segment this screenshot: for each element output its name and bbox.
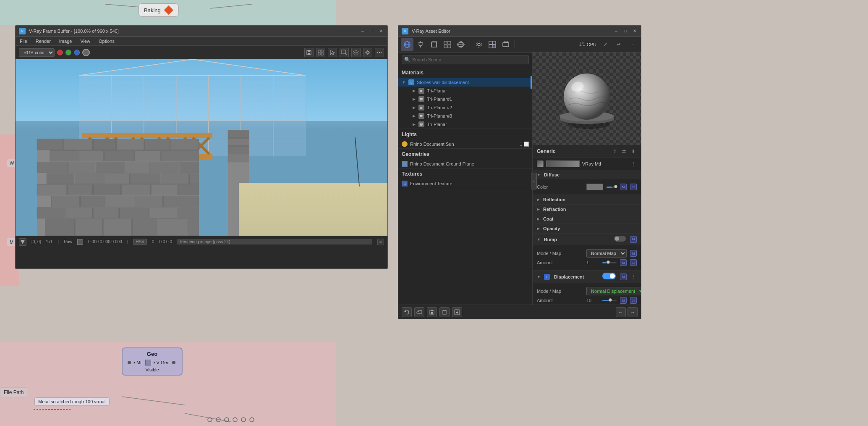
ae-displacement-more-btn[interactable]: ⋮ xyxy=(631,273,637,280)
fb-menu-file[interactable]: File xyxy=(17,39,30,44)
ae-mat-more-btn[interactable]: ⋮ xyxy=(631,160,637,167)
ae-open-btn[interactable] xyxy=(414,307,424,317)
fb-values: 0.000 0.000 0.000 xyxy=(88,239,122,244)
ae-child-toggle5: ▶ xyxy=(412,122,416,126)
ae-child-triplanar2[interactable]: ▶ TP Tri-Planar#1 xyxy=(398,95,532,103)
fb-circle-btn[interactable] xyxy=(82,49,90,56)
ae-bump-mode-btn[interactable]: M xyxy=(630,250,637,257)
svg-rect-85 xyxy=(151,184,178,195)
ae-settings-btn[interactable] xyxy=(473,38,485,51)
fb-cursor-btn[interactable] xyxy=(328,48,337,57)
fb-menu-options[interactable]: Options xyxy=(96,39,117,44)
ae-collapse-btn[interactable]: ‹ xyxy=(531,173,537,189)
fb-more-btn[interactable] xyxy=(375,48,384,57)
ae-close-btn[interactable]: ✕ xyxy=(632,28,638,34)
ae-more-btn[interactable]: ⋮ xyxy=(626,38,638,51)
ae-import-asset-btn[interactable] xyxy=(452,307,462,317)
ae-diffuse-header[interactable]: ▼ Diffuse xyxy=(533,170,641,179)
svg-point-30 xyxy=(381,52,382,53)
ae-displacement-map-btn[interactable]: M xyxy=(620,273,627,280)
fb-close-btn[interactable]: ✕ xyxy=(378,28,384,34)
ae-expand-toggle[interactable]: ▼ xyxy=(402,80,406,84)
fb-grid-btn[interactable] xyxy=(316,48,325,57)
fb-hsv-dropdown[interactable]: HSV xyxy=(133,239,147,245)
ae-maximize-btn[interactable]: □ xyxy=(622,28,628,34)
ae-disp-mode-dropdown[interactable]: Normal Displacement xyxy=(586,287,641,295)
baking-node[interactable]: Baking xyxy=(139,3,179,17)
ae-child-triplanar5[interactable]: ▶ TP Tri-Planar xyxy=(398,120,532,129)
ae-geometry-btn[interactable] xyxy=(428,38,440,51)
ae-paste-btn[interactable]: ⬇ xyxy=(629,147,637,155)
ae-ground-plane[interactable]: Rhino Document Ground Plane xyxy=(398,160,532,168)
fb-settings-btn[interactable] xyxy=(363,48,372,57)
ae-batch-render-btn[interactable] xyxy=(499,38,512,51)
ae-bump-amount-link-btn[interactable]: □ xyxy=(630,259,637,266)
ae-color-swatch[interactable] xyxy=(586,184,603,190)
fb-status-icon[interactable] xyxy=(19,238,26,246)
ae-bump-amount-slider[interactable] xyxy=(602,262,617,263)
ae-toolbar-div1 xyxy=(470,40,470,49)
svg-rect-66 xyxy=(104,150,134,161)
ae-thumbnail xyxy=(532,53,641,145)
fb-color-green[interactable] xyxy=(65,50,71,55)
ae-displacement-header[interactable]: ▼ i Displacement M ⋮ xyxy=(533,271,641,283)
ae-reflection-header[interactable]: ▶ Reflection xyxy=(533,195,641,204)
ae-child-triplanar3[interactable]: ▶ TP Tri-Planar#2 xyxy=(398,103,532,112)
ae-link-btn[interactable]: ⇄ xyxy=(612,38,625,51)
ae-env-texture[interactable]: □ Environment Texture xyxy=(398,179,532,188)
ae-color-slider[interactable] xyxy=(607,187,617,188)
metal-node[interactable]: Metal scratched rough 100.vrmat xyxy=(34,397,110,406)
ae-bump-amount-row: Amount 1 M □ xyxy=(537,259,637,266)
ae-pin-btn[interactable]: ⇧ xyxy=(611,147,618,155)
ae-displacement-toggle[interactable] xyxy=(602,273,616,281)
ae-color-link-btn[interactable]: □ xyxy=(630,184,637,190)
ae-prev-btn[interactable]: ← xyxy=(616,307,626,317)
ae-minimize-btn[interactable]: – xyxy=(613,28,619,34)
file-path-text: File Path xyxy=(4,389,24,395)
fb-menu-render[interactable]: Render xyxy=(33,39,53,44)
fb-color-blue[interactable] xyxy=(74,50,80,55)
fb-layers-btn[interactable] xyxy=(351,48,361,57)
fb-save-btn[interactable] xyxy=(304,48,314,57)
ae-refresh-btn[interactable] xyxy=(402,307,412,317)
ae-bump-mode-dropdown[interactable]: Normal Map xyxy=(586,249,627,258)
ae-bump-amount-btn[interactable]: M xyxy=(620,259,627,266)
fb-color-red[interactable] xyxy=(57,50,63,55)
ae-delete-btn[interactable] xyxy=(439,307,450,317)
ae-bump-map-btn[interactable]: M xyxy=(630,236,637,243)
fb-menu-view[interactable]: View xyxy=(78,39,93,44)
ae-refraction-header[interactable]: ▶ Refraction xyxy=(533,205,641,214)
geo-node[interactable]: Geo • Mtl • V Geo Visible xyxy=(122,347,183,376)
ae-rhino-sun[interactable]: Rhino Document Sun 1 xyxy=(398,140,532,148)
ae-bump-header[interactable]: ▼ Bump M xyxy=(533,234,641,245)
fb-zoom-btn[interactable] xyxy=(340,48,349,57)
ae-search-input[interactable] xyxy=(402,55,529,64)
ae-environment-btn[interactable] xyxy=(455,38,467,51)
ae-save-asset-btn[interactable] xyxy=(427,307,437,317)
ae-disp-amount-link-btn[interactable]: □ xyxy=(630,297,637,304)
ae-textures-btn[interactable] xyxy=(441,38,454,51)
ae-materials-btn[interactable] xyxy=(401,38,413,51)
ae-material-stones-wall[interactable]: ▼ ○ Stones wall displacement xyxy=(398,78,532,87)
ae-render-elements-btn[interactable] xyxy=(486,38,499,51)
fb-channel-dropdown[interactable]: RGB color xyxy=(19,48,55,57)
fb-options-btn[interactable]: ≡ xyxy=(377,239,384,245)
ae-lights-btn[interactable] xyxy=(414,38,427,51)
ae-child-triplanar1[interactable]: ▶ TP Tri-Planar xyxy=(398,87,532,95)
fb-menu-image[interactable]: Image xyxy=(57,39,75,44)
svg-rect-71 xyxy=(96,162,124,173)
ae-opacity-header[interactable]: ▶ Opacity xyxy=(533,224,641,233)
ae-child-triplanar4[interactable]: ▶ TP Tri-Planar#3 xyxy=(398,112,532,120)
ae-coat-header[interactable]: ▶ Coat xyxy=(533,214,641,224)
ae-color-map-btn[interactable]: M xyxy=(620,184,627,190)
fb-minimize-btn[interactable]: – xyxy=(360,28,366,34)
fb-maximize-btn[interactable]: □ xyxy=(369,28,375,34)
ae-disp-amount-slider[interactable] xyxy=(602,300,617,301)
svg-rect-77 xyxy=(105,174,129,184)
ae-textures-section: Textures □ Environment Texture xyxy=(398,168,532,188)
ae-disp-amount-map-btn[interactable]: M xyxy=(620,297,627,304)
ae-expand-btn[interactable]: ⤢ xyxy=(599,38,612,51)
ae-bump-toggle[interactable] xyxy=(614,236,626,243)
ae-next-btn[interactable]: → xyxy=(627,307,638,317)
ae-copy-btn[interactable]: ⇄ xyxy=(620,147,627,155)
